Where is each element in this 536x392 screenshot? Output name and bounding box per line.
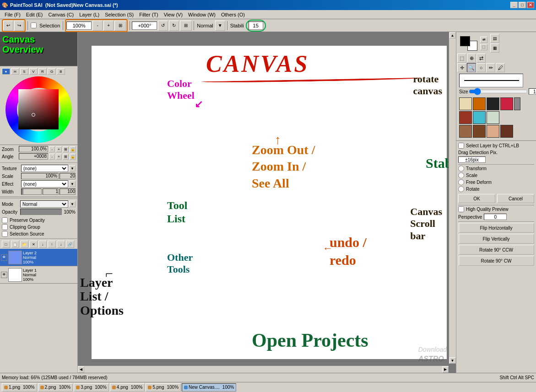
clipping-group-checkbox[interactable] <box>2 224 8 230</box>
swatch-10[interactable] <box>500 125 513 138</box>
radio-rotate-btn[interactable] <box>458 186 464 192</box>
vertical-scrollbar[interactable]: ▲ ▼ <box>449 32 456 364</box>
scroll-down-btn[interactable]: ▼ <box>449 357 456 364</box>
swatch-4[interactable] <box>459 111 472 124</box>
rot-reset-button[interactable]: ⊞ <box>180 21 192 31</box>
swatch-9[interactable] <box>487 125 499 138</box>
selection-source-checkbox[interactable] <box>2 231 8 237</box>
color-tab-s[interactable]: S <box>20 68 28 75</box>
width-slider[interactable] <box>21 188 42 195</box>
menu-window[interactable]: Window (W) <box>185 11 218 18</box>
tool-pen[interactable]: 🖊 <box>496 63 505 72</box>
color-wheel[interactable] <box>5 76 72 143</box>
tool-transform[interactable]: ⇄ <box>476 54 486 63</box>
radio-transform-btn[interactable] <box>458 166 464 172</box>
task-2png[interactable]: 2.png 100% <box>38 383 73 392</box>
color-tab-v[interactable]: V <box>29 68 38 75</box>
reset-colors-btn[interactable]: ⬚ <box>480 44 487 50</box>
opacity-slider[interactable] <box>20 209 62 215</box>
stabilizer-input[interactable] <box>249 21 263 30</box>
angle-plus-btn[interactable]: + <box>56 154 62 160</box>
angle-reset-btn[interactable]: ⊞ <box>63 154 69 160</box>
swatch-0[interactable] <box>459 97 472 110</box>
hq-preview-checkbox[interactable] <box>458 206 464 212</box>
zoom-in-button[interactable]: + <box>103 21 114 31</box>
color-square[interactable] <box>18 89 59 129</box>
menu-edit[interactable]: Edit (E) <box>23 11 46 18</box>
tool-select-magic[interactable]: ⊕ <box>467 54 476 63</box>
merge-btn[interactable]: ↓ <box>38 241 47 248</box>
new-layer-btn[interactable]: □ <box>2 241 10 248</box>
ok-button[interactable]: OK <box>458 194 495 203</box>
task-3png[interactable]: 3.png 100% <box>74 383 109 392</box>
see-all-button[interactable]: ⊞ <box>114 21 126 31</box>
radio-scale-btn[interactable] <box>458 172 464 178</box>
color-tab-wheel[interactable]: ● <box>2 68 10 75</box>
rot-left-button[interactable]: ↺ <box>158 21 168 31</box>
select-layer-checkbox[interactable] <box>458 143 464 149</box>
menu-canvas[interactable]: Canvas (C) <box>46 11 77 18</box>
scroll-right-btn[interactable]: ▶ <box>442 366 449 373</box>
menu-layer[interactable]: Layer (L) <box>76 11 102 18</box>
tool-extra-2[interactable]: ▦ <box>490 43 499 53</box>
texture-select[interactable]: (none) <box>21 165 68 172</box>
zoom-lock-btn[interactable]: 🔒 <box>70 146 76 152</box>
rot-right-button[interactable]: ↻ <box>169 21 179 31</box>
rotate-cw-button[interactable]: Rotate 90° CW <box>459 256 534 266</box>
texture-btn[interactable]: ▼ <box>69 165 76 172</box>
mode-btn[interactable]: ▼ <box>69 201 76 207</box>
menu-filter[interactable]: Filter (T) <box>136 11 161 18</box>
layer-up-btn[interactable]: ↑ <box>48 241 56 248</box>
swatch-8[interactable] <box>473 125 486 138</box>
mode-select[interactable]: Normal <box>20 200 68 208</box>
duplicate-layer-btn[interactable]: 📋 <box>11 241 19 248</box>
color-tab-g[interactable]: G <box>48 68 56 75</box>
radio-free-deform-btn[interactable] <box>458 179 464 185</box>
layer-item-1[interactable]: 👁 Layer 1 Normal 100% <box>0 266 77 284</box>
scroll-up-btn[interactable]: ▲ <box>449 32 456 38</box>
tool-eyedropper[interactable]: ✏ <box>486 63 495 72</box>
drag-detection-input[interactable] <box>458 156 486 163</box>
effect-btn[interactable]: ▼ <box>69 181 76 187</box>
layer1-eye[interactable]: 👁 <box>1 272 7 278</box>
scroll-left-btn[interactable]: ◀ <box>78 366 84 373</box>
swatch-corner[interactable] <box>514 97 520 110</box>
canvas-surface[interactable] <box>92 46 447 359</box>
flip-v-button[interactable]: Flip Vertically <box>459 234 534 244</box>
swatch-2[interactable] <box>487 97 499 110</box>
swatch-6[interactable] <box>487 111 499 124</box>
tool-move[interactable]: ✛ <box>457 63 466 72</box>
zoom-out-button[interactable]: - <box>92 21 103 31</box>
flip-h-button[interactable]: Flip Horizontally <box>459 223 534 233</box>
task-5png[interactable]: 5.png 100% <box>146 383 181 392</box>
task-newcanvas[interactable]: New Canvas.... 100% <box>182 383 236 392</box>
rotate-ccw-button[interactable]: Rotate 90° CCW <box>459 245 534 255</box>
tool-rotate-view[interactable]: ○ <box>476 63 486 72</box>
menu-view[interactable]: View (V) <box>161 11 185 18</box>
angle-lock-btn[interactable]: 🔒 <box>70 154 76 160</box>
layer2-eye[interactable]: 👁 <box>1 254 7 261</box>
tool-select-rect[interactable]: ⬚ <box>457 54 466 63</box>
fg-color-box[interactable] <box>460 36 470 46</box>
menu-selection[interactable]: Selection (S) <box>102 11 136 18</box>
toolbar-redo-button[interactable]: ↪ <box>14 21 24 31</box>
color-tab-h[interactable]: H <box>11 68 19 75</box>
zoom-plus-btn[interactable]: + <box>56 146 62 152</box>
blend-mode-button[interactable]: ▼ <box>215 21 225 31</box>
tool-zoom[interactable]: 🔍 <box>467 63 476 72</box>
effect-select[interactable]: (none) <box>21 180 68 188</box>
color-tab-r[interactable]: R <box>38 68 47 75</box>
toolbar-undo-button[interactable]: ↩ <box>3 21 13 31</box>
zoom-input[interactable] <box>66 21 92 30</box>
maximize-button[interactable]: □ <box>519 2 526 8</box>
preserve-opacity-checkbox[interactable] <box>2 217 8 223</box>
color-tab-b[interactable]: B <box>57 68 65 75</box>
delete-layer-btn[interactable]: ✕ <box>29 241 38 248</box>
task-4png[interactable]: 4.png 100% <box>110 383 145 392</box>
cancel-button[interactable]: Cancel <box>497 194 534 203</box>
link-btn[interactable]: 🔗 <box>66 241 74 248</box>
layer-down-btn[interactable]: ↓ <box>57 241 65 248</box>
new-folder-btn[interactable]: 📁 <box>20 241 28 248</box>
swatch-5[interactable] <box>473 111 486 124</box>
swatch-1[interactable] <box>473 97 486 110</box>
